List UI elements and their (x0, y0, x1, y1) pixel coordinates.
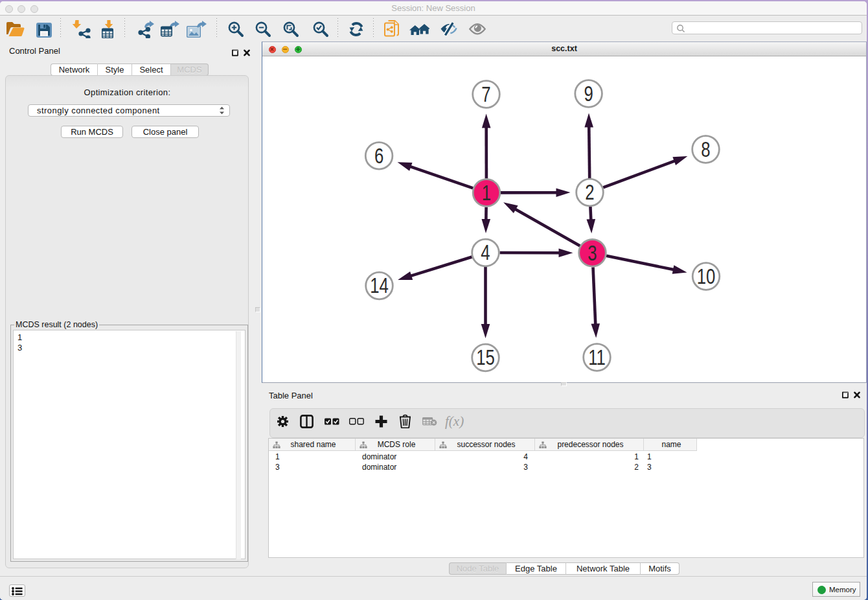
svg-text:10: 10 (697, 264, 716, 288)
svg-text:14: 14 (370, 273, 389, 297)
svg-text:6: 6 (374, 144, 383, 168)
svg-text:2: 2 (585, 180, 594, 204)
svg-text:4: 4 (481, 240, 490, 264)
svg-text:3: 3 (588, 241, 597, 265)
svg-text:15: 15 (476, 345, 495, 369)
svg-text:11: 11 (588, 345, 606, 369)
svg-text:9: 9 (584, 82, 593, 106)
svg-text:8: 8 (701, 137, 710, 161)
svg-text:1: 1 (482, 181, 491, 205)
svg-text:7: 7 (481, 82, 490, 106)
